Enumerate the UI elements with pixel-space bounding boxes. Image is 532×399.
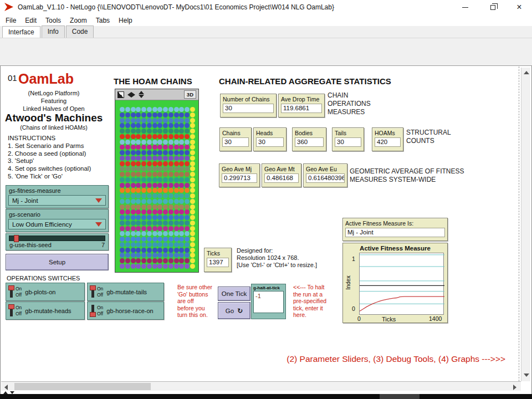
- one-tick-button[interactable]: One Tick: [218, 287, 250, 301]
- chooser-gs-fitness-measure[interactable]: gs-fitness-measure Mj - Joint: [6, 185, 109, 208]
- chain-head-dot: [190, 199, 195, 204]
- chain-dot: [136, 134, 141, 139]
- seed-slider-thumb[interactable]: [14, 235, 19, 242]
- setup-button[interactable]: Setup: [6, 254, 109, 270]
- chain-dot: [179, 253, 184, 258]
- menu-help[interactable]: Help: [114, 16, 137, 25]
- chain-dot: [120, 118, 125, 123]
- switch-gb-plots-on[interactable]: OnOff gb-plots-on: [6, 283, 85, 301]
- chain-dot: [147, 264, 152, 269]
- horizontal-scroll-thumb[interactable]: [14, 383, 151, 390]
- menu-edit[interactable]: Edit: [21, 16, 41, 25]
- monitor-value: 360: [295, 137, 324, 147]
- menu-file[interactable]: File: [1, 16, 21, 25]
- switch-gb-mutate-heads[interactable]: OnOff gb-mutate-heads: [6, 301, 85, 320]
- chain-dot: [179, 134, 184, 139]
- chain-dot: [131, 226, 136, 231]
- chain-dot: [125, 177, 130, 182]
- tab-interface[interactable]: Interface: [2, 26, 40, 38]
- chain-dot: [168, 253, 173, 258]
- monitor-label: Number of Chains: [221, 94, 276, 103]
- chain-dot: [125, 112, 130, 117]
- chain-dot: [163, 145, 168, 150]
- go-button[interactable]: Go ↻: [218, 302, 250, 319]
- chain-dot: [131, 193, 136, 198]
- model-number: 01: [8, 73, 17, 83]
- chain-head-dot: [190, 112, 195, 117]
- chain-dot: [168, 188, 173, 193]
- menu-zoom[interactable]: Zoom: [65, 16, 91, 25]
- chain-dot: [125, 209, 130, 214]
- minimize-button[interactable]: [456, 0, 474, 14]
- instruction-item: 2. Choose a seed (optional): [8, 150, 91, 158]
- chain-dot: [120, 226, 125, 231]
- chain-row: [120, 112, 195, 117]
- scroll-up-icon[interactable]: [524, 71, 529, 74]
- menu-tabs[interactable]: Tabs: [91, 16, 114, 25]
- switch-label: gb-mutate-tails: [106, 289, 147, 295]
- chain-dot: [185, 248, 190, 253]
- chain-dot: [147, 258, 152, 263]
- slider-g-use-this-seed[interactable]: g-use-this-seed 7: [6, 233, 109, 250]
- chain-dot: [168, 193, 173, 198]
- chain-dot: [136, 215, 141, 220]
- chain-dot: [163, 166, 168, 171]
- chain-dot: [152, 161, 157, 166]
- chain-dot: [163, 199, 168, 204]
- scroll-down-icon[interactable]: [524, 374, 529, 377]
- instruction-item: 1. Set Scenario and Parms: [8, 142, 91, 150]
- chain-dot: [120, 183, 125, 188]
- chain-dot: [174, 215, 179, 220]
- close-button[interactable]: ×: [510, 0, 529, 14]
- tab-code[interactable]: Code: [66, 25, 94, 38]
- chooser-selected-value[interactable]: Low Odum Efficiency: [8, 219, 106, 229]
- chain-dot: [131, 118, 136, 123]
- chain-dot: [157, 112, 162, 117]
- scroll-right-icon[interactable]: [513, 385, 516, 390]
- toggle-lever-icon[interactable]: [90, 285, 96, 299]
- chain-dot: [168, 242, 173, 247]
- chain-dot: [152, 215, 157, 220]
- horizontal-scrollbar[interactable]: [1, 381, 521, 391]
- instructions-title: INSTRUCTIONS: [8, 135, 55, 141]
- monitor-value: 30: [223, 104, 274, 113]
- horizontal-arrows-icon[interactable]: [127, 92, 135, 98]
- chain-dot: [147, 123, 152, 128]
- vertical-arrows-icon[interactable]: [139, 91, 144, 98]
- y-tick-1: 1: [352, 255, 355, 262]
- chain-dot: [152, 107, 157, 112]
- chain-dot: [157, 209, 162, 214]
- chain-dot: [152, 134, 157, 139]
- diagonal-split-icon[interactable]: [117, 91, 124, 98]
- chooser-gs-scenario[interactable]: gs-scenario Low Odum Efficiency: [6, 209, 109, 232]
- switch-gb-horse-race-on[interactable]: OnOff gb-horse-race-on: [87, 301, 164, 320]
- chain-row: [120, 129, 195, 134]
- chain-dot: [163, 253, 168, 258]
- chain-dot: [141, 226, 146, 231]
- input-g-halt-at-tick[interactable]: g-halt-at-tick -1: [251, 284, 286, 319]
- scroll-left-icon[interactable]: [4, 385, 8, 390]
- view-header: 3D: [115, 89, 198, 100]
- vertical-scrollbar[interactable]: [521, 68, 530, 381]
- seed-slider-value: 7: [101, 242, 105, 248]
- chain-dot: [185, 166, 190, 171]
- monitor-label: HOAMs: [372, 128, 403, 137]
- chain-dot: [185, 145, 190, 150]
- menu-tools[interactable]: Tools: [41, 16, 65, 25]
- toggle-lever-icon[interactable]: [90, 304, 96, 318]
- chain-dot: [147, 177, 152, 182]
- toggle-lever-icon[interactable]: [8, 285, 14, 299]
- view-3d-button[interactable]: 3D: [184, 90, 196, 99]
- monitor-label: Active Fitness Measure Is:: [343, 218, 447, 227]
- restore-button[interactable]: [483, 0, 502, 14]
- switch-gb-mutate-tails[interactable]: OnOff gb-mutate-tails: [87, 283, 164, 301]
- tab-info[interactable]: Info: [42, 25, 65, 38]
- chain-dot: [136, 129, 141, 134]
- seed-slider-track[interactable]: [9, 236, 105, 241]
- chain-dot: [120, 145, 125, 150]
- chooser-selected-value[interactable]: Mj - Joint: [8, 195, 106, 206]
- chain-row: [120, 264, 195, 269]
- input-value[interactable]: -1: [253, 291, 284, 313]
- toggle-lever-icon[interactable]: [8, 304, 14, 318]
- chain-dot: [174, 193, 179, 198]
